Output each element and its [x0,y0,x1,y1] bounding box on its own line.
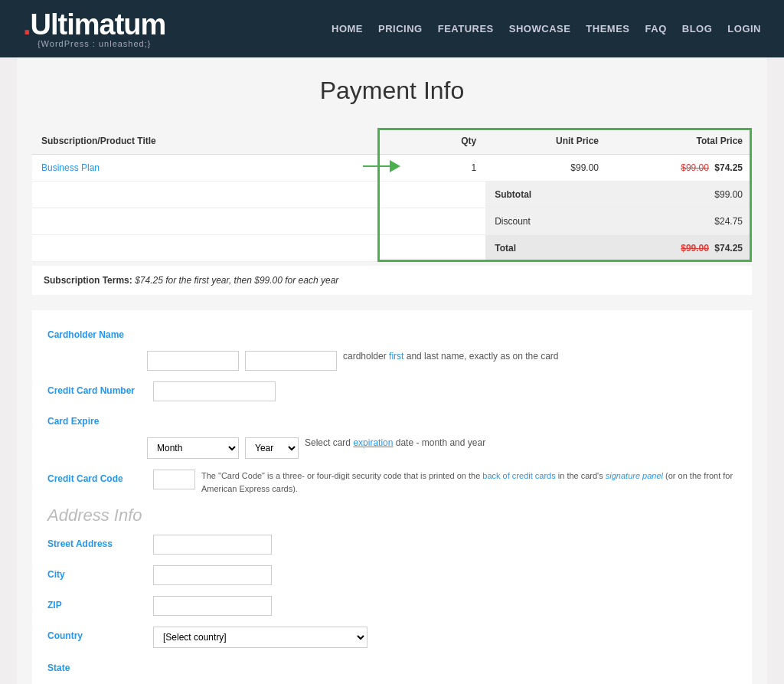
subtotal-row: Subtotal $99.00 [32,182,752,208]
logo-name: Ultimatum [31,8,166,41]
country-row: Country [Select country] [47,627,737,648]
subtotal-value: $99.00 [608,182,752,208]
order-table: Subscription/Product Title Qty Unit Pric… [32,128,752,262]
first-name-input[interactable] [147,351,239,371]
order-table-section: Subscription/Product Title Qty Unit Pric… [32,128,752,262]
discount-value: $24.75 [608,208,752,235]
col-header-title: Subscription/Product Title [32,128,377,155]
card-code-desc: The "Card Code" is a three- or four-digi… [201,470,737,495]
credit-card-input[interactable] [153,381,276,401]
total-label: Total [485,235,608,262]
logo-text: .Ultimatum [23,10,165,39]
total-original: $99.00 [681,243,709,254]
nav-login[interactable]: LOGIN [727,23,761,34]
zip-label: ZIP [47,596,147,610]
nav-showcase[interactable]: SHOWCASE [509,23,571,34]
nav-features[interactable]: FEATURES [438,23,494,34]
card-code-input[interactable] [153,470,195,489]
card-code-row: Credit Card Code The "Card Code" is a th… [47,470,737,495]
form-section: Cardholder Name cardholder first and las… [32,310,752,684]
discount-label: Discount [485,208,608,235]
credit-card-label: Credit Card Number [47,381,147,396]
state-label: State [47,659,147,673]
zip-row: ZIP [47,596,737,616]
page-wrapper: .Ultimatum {WordPress : unleashed;} HOME… [0,0,784,684]
cardholder-name-row: Cardholder Name [47,326,737,340]
city-label: City [47,565,147,580]
arrow-shaft [363,165,390,167]
country-select[interactable]: [Select country] [153,627,368,648]
total-discounted: $74.25 [714,243,743,254]
arrow-head [390,160,400,172]
discount-row: Discount $24.75 [32,208,752,235]
cardholder-name-label: Cardholder Name [47,326,147,340]
name-hint: cardholder first and last name, exactly … [343,351,559,362]
cardholder-inputs-row: cardholder first and last name, exactly … [147,351,737,371]
page-title: Payment Info [32,77,752,105]
col-header-total-price: Total Price [608,128,752,155]
city-input[interactable] [153,565,272,585]
col-header-qty: Qty [377,128,485,155]
discount-spacer [32,208,485,235]
expire-selects-row: Month January February March April May J… [147,437,737,459]
col-header-unit-price: Unit Price [485,128,608,155]
month-select[interactable]: Month January February March April May J… [147,437,239,459]
sub-terms-label: Subscription Terms: [44,275,132,286]
product-unit-price: $99.00 [485,155,608,182]
zip-input[interactable] [153,596,272,616]
city-row: City [47,565,737,585]
price-original: $99.00 [681,162,709,173]
state-row: State [47,659,737,673]
street-address-label: Street Address [47,535,147,549]
nav-home[interactable]: HOME [332,23,363,34]
street-address-input[interactable] [153,535,272,555]
logo: .Ultimatum {WordPress : unleashed;} [23,10,165,48]
product-name: Business Plan [32,155,377,182]
last-name-input[interactable] [245,351,337,371]
product-total-price: $99.00 $74.25 [608,155,752,182]
nav-pricing[interactable]: PRICING [378,23,423,34]
year-select[interactable]: Year 2024 2025 2026 2027 2028 2029 2030 [245,437,299,459]
subtotal-label: Subtotal [485,182,608,208]
credit-card-row: Credit Card Number [47,381,737,401]
country-label: Country [47,627,147,641]
card-expire-label: Card Expire [47,412,147,427]
total-value: $99.00 $74.25 [608,235,752,262]
subscription-terms: Subscription Terms: $74.25 for the first… [32,266,752,295]
nav-faq[interactable]: FAQ [645,23,667,34]
subtotal-spacer [32,182,485,208]
nav-blog[interactable]: BLOG [682,23,713,34]
card-code-label: Credit Card Code [47,470,147,484]
total-row: Total $99.00 $74.25 [32,235,752,262]
logo-dot: . [23,8,31,41]
card-expire-row: Card Expire [47,412,737,427]
logo-subtitle: {WordPress : unleashed;} [23,39,165,48]
sub-terms-text: $74.25 for the first year, then $99.00 f… [135,275,338,286]
price-discounted: $74.25 [714,162,743,173]
total-spacer [32,235,485,262]
navbar: .Ultimatum {WordPress : unleashed;} HOME… [0,0,784,57]
address-info-label: Address Info [47,506,737,525]
nav-links: HOME PRICING FEATURES SHOWCASE THEMES FA… [332,23,761,34]
street-address-row: Street Address [47,535,737,555]
nav-themes[interactable]: THEMES [586,23,629,34]
green-arrow [363,160,400,172]
content-box: Payment Info Subscription/Product Title … [17,57,767,684]
expire-hint: Select card expiration date - month and … [305,437,485,448]
